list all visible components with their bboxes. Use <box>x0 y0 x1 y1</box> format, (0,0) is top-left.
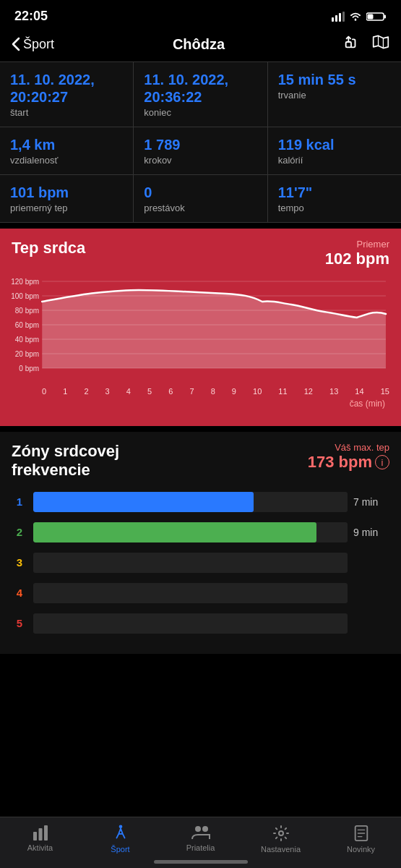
zone-row-5: 5 <box>12 613 389 634</box>
hr-chart-svg: 120 bpm 100 bpm 80 bpm 60 bpm 40 bpm 20 … <box>12 274 389 390</box>
tab-sport-label: Šport <box>111 845 129 854</box>
stats-section: 11. 10. 2022,20:20:27 štart 11. 10. 2022… <box>0 61 401 223</box>
tab-priatelia[interactable]: Priatelia <box>160 825 241 854</box>
status-time: 22:05 <box>14 9 48 24</box>
share-icon[interactable] <box>343 34 359 54</box>
nav-actions <box>343 34 389 54</box>
svg-text:80 bpm: 80 bpm <box>15 307 40 315</box>
zone-bar-container-5 <box>33 613 348 634</box>
zone-bar-container-3 <box>33 553 348 573</box>
chevron-left-icon <box>12 37 20 51</box>
svg-point-29 <box>195 826 201 832</box>
svg-rect-6 <box>384 14 387 18</box>
svg-rect-3 <box>342 12 345 22</box>
zone-duration-1: 7 min <box>353 496 389 508</box>
stat-steps-value: 1 789 <box>144 136 256 153</box>
stat-start-label: štart <box>10 107 123 118</box>
stat-breaks: 0 prestávok <box>134 175 267 222</box>
hr-avg-label: Priemer <box>325 239 389 250</box>
tab-priatelia-label: Priatelia <box>186 843 215 852</box>
svg-text:100 bpm: 100 bpm <box>12 292 39 300</box>
tab-novinky[interactable]: Novinky <box>321 825 401 854</box>
tab-nastavenia-label: Nastavenia <box>261 845 301 854</box>
hr-title: Tep srdca <box>12 239 85 258</box>
stat-breaks-value: 0 <box>144 184 256 201</box>
stat-calories-label: kalórií <box>278 155 391 166</box>
stats-row-1: 11. 10. 2022,20:20:27 štart 11. 10. 2022… <box>0 62 401 127</box>
svg-point-28 <box>118 825 122 828</box>
stat-end-value: 11. 10. 2022,20:36:22 <box>144 71 256 106</box>
home-indicator <box>154 860 248 864</box>
zone-row-4: 4 <box>12 583 389 603</box>
svg-rect-25 <box>33 832 37 841</box>
stat-breaks-label: prestávok <box>144 203 256 213</box>
stat-pace: 11'7" tempo <box>268 175 401 222</box>
stat-pace-value: 11'7" <box>278 184 391 201</box>
stat-avg-hr-value: 101 bpm <box>10 184 123 201</box>
zone-row-2: 2 9 min <box>12 522 389 542</box>
zones-title: Zóny srdcovej frekvencie <box>12 442 156 480</box>
zone-number-4: 4 <box>12 587 27 599</box>
zone-row-3: 3 <box>12 553 389 573</box>
page-title: Chôdza <box>173 36 225 53</box>
stat-duration-value: 15 min 55 s <box>278 71 391 88</box>
zone-row-1: 1 7 min <box>12 492 389 512</box>
bar-chart-icon <box>32 825 49 841</box>
info-icon[interactable]: i <box>375 455 389 469</box>
svg-rect-2 <box>339 13 341 22</box>
status-icons <box>332 12 387 22</box>
battery-icon <box>366 12 387 22</box>
zone-number-1: 1 <box>12 495 27 508</box>
stats-row-3: 101 bpm priemerný tep 0 prestávok 11'7" … <box>0 175 401 222</box>
stat-duration: 15 min 55 s trvanie <box>268 62 401 127</box>
hr-avg: Priemer 102 bpm <box>325 239 389 268</box>
zone-bar-container-1 <box>33 492 348 512</box>
hr-x-axis-label: čas (min) <box>12 399 389 409</box>
tab-aktivita[interactable]: Aktivita <box>0 825 80 854</box>
map-icon[interactable] <box>372 34 389 54</box>
stat-end-label: koniec <box>144 107 256 118</box>
stat-distance: 1,4 km vzdialenosť <box>0 127 134 174</box>
zone-number-5: 5 <box>12 617 27 629</box>
stat-avg-hr: 101 bpm priemerný tep <box>0 175 134 222</box>
stats-row-2: 1,4 km vzdialenosť 1 789 krokov 119 kcal… <box>0 127 401 175</box>
zone-number-2: 2 <box>12 526 27 538</box>
stat-steps: 1 789 krokov <box>134 127 267 174</box>
hr-chart: 120 bpm 100 bpm 80 bpm 60 bpm 40 bpm 20 … <box>12 274 389 419</box>
heart-rate-section: Tep srdca Priemer 102 bpm 120 bpm 100 bp… <box>0 229 401 426</box>
svg-point-31 <box>279 831 283 835</box>
zone-bar-1 <box>33 492 254 512</box>
svg-rect-0 <box>332 17 334 22</box>
svg-text:20 bpm: 20 bpm <box>15 350 40 358</box>
stat-end: 11. 10. 2022,20:36:22 koniec <box>134 62 267 127</box>
zone-bar-container-2 <box>33 522 348 542</box>
zones-max-label: Váš max. tep <box>308 442 389 453</box>
stat-pace-label: tempo <box>278 203 391 213</box>
svg-text:40 bpm: 40 bpm <box>15 336 40 344</box>
tab-sport[interactable]: Šport <box>80 825 160 854</box>
zones-section: Zóny srdcovej frekvencie Váš max. tep 17… <box>0 432 401 654</box>
wifi-icon <box>349 12 362 22</box>
stat-avg-hr-label: priemerný tep <box>10 203 123 213</box>
zones-max: Váš max. tep 173 bpm i <box>308 442 389 472</box>
zone-bar-2 <box>33 522 316 542</box>
status-bar: 22:05 <box>0 0 401 28</box>
svg-rect-7 <box>368 14 374 19</box>
svg-rect-1 <box>335 15 337 22</box>
tab-nastavenia[interactable]: Nastavenia <box>241 825 321 854</box>
zone-bar-container-4 <box>33 583 348 603</box>
svg-text:0 bpm: 0 bpm <box>19 365 39 373</box>
svg-point-4 <box>355 19 357 21</box>
zones-max-value: 173 bpm <box>308 453 372 472</box>
stat-steps-label: krokov <box>144 155 256 166</box>
stat-distance-value: 1,4 km <box>10 136 123 153</box>
zone-number-3: 3 <box>12 556 27 569</box>
settings-icon <box>272 825 290 842</box>
svg-rect-8 <box>346 42 351 47</box>
svg-rect-26 <box>38 828 42 841</box>
walk-icon <box>113 825 129 842</box>
stat-calories: 119 kcal kalórií <box>268 127 401 174</box>
back-button[interactable]: Šport <box>12 37 54 52</box>
svg-rect-27 <box>44 825 48 841</box>
back-label: Šport <box>23 37 54 52</box>
